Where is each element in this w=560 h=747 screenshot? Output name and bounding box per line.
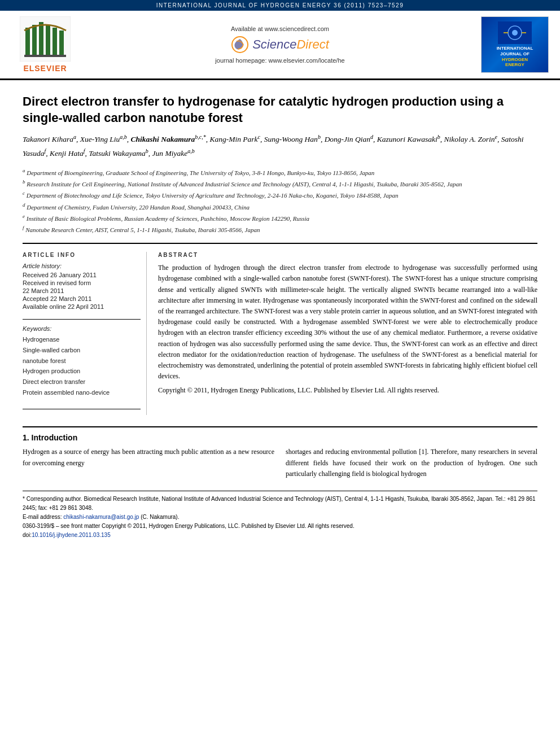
keyword-2: Single-walled carbon [23, 345, 141, 356]
footnote-issn: 0360-3199/$ – see front matter Copyright… [23, 522, 537, 531]
footnote-email-link[interactable]: chikashi-nakamura@aist.go.jp [63, 514, 139, 520]
svg-rect-7 [24, 55, 66, 57]
svg-rect-1 [25, 28, 30, 56]
intro-heading: 1. Introduction [23, 433, 537, 442]
svg-rect-2 [32, 25, 37, 56]
keywords-divider [23, 409, 141, 409]
journal-banner: INTERNATIONAL JOURNAL OF HYDROGEN ENERGY… [0, 0, 560, 11]
banner-text: INTERNATIONAL JOURNAL OF HYDROGEN ENERGY… [156, 2, 404, 8]
revised-date: 22 March 2011 [23, 287, 141, 294]
sciencedirect-logo: ScienceDirect [79, 36, 481, 54]
affiliation-a: a Department of Bioengineering, Graduate… [23, 167, 537, 178]
intro-text-left: Hydrogen as a source of energy has been … [23, 447, 274, 468]
section-divider [23, 243, 537, 244]
footnote-doi-link[interactable]: 10.1016/j.ijhydene.2011.03.135 [32, 532, 111, 538]
paper-title: Direct electron transfer to hydrogenase … [23, 94, 537, 126]
affiliation-d: d Department of Chemistry, Fudan Univers… [23, 201, 537, 212]
sciencedirect-text: ScienceDirect [252, 37, 329, 52]
article-info-heading: ARTICLE INFO [23, 252, 141, 258]
footnote-doi: doi:10.1016/j.ijhydene.2011.03.135 [23, 531, 537, 540]
intro-columns: Hydrogen as a source of energy has been … [23, 447, 537, 479]
affiliation-e: e Institute of Basic Biological Problems… [23, 212, 537, 224]
intro-text-right: shortages and reducing environmental pol… [286, 447, 537, 479]
keywords-label: Keywords: [23, 325, 141, 332]
affiliation-f: f Nanotube Research Center, AIST, Centra… [23, 224, 537, 235]
footnote-email: E-mail address: chikashi-nakamura@aist.g… [23, 513, 537, 522]
article-history: Article history: Received 26 January 201… [23, 263, 141, 310]
abstract-copyright: Copyright © 2011, Hydrogen Energy Public… [158, 385, 537, 396]
intro-divider [23, 426, 537, 427]
svg-rect-4 [46, 25, 50, 56]
journal-header: ELSEVIER Available at www.sciencedirect.… [0, 11, 560, 80]
abstract-column: ABSTRACT The production of hydrogen thro… [158, 252, 537, 415]
svg-rect-5 [53, 28, 57, 56]
abstract-paragraph: The production of hydrogen through the d… [158, 263, 537, 382]
intro-left: Hydrogen as a source of energy has been … [23, 447, 274, 479]
info-divider [23, 319, 141, 320]
intro-right: shortages and reducing environmental pol… [286, 447, 537, 479]
keyword-1: Hydrogenase [23, 334, 141, 345]
journal-logo-right: INTERNATIONALJOURNAL OFHYDROGENENERGY [481, 16, 549, 73]
footnote-area: * Corresponding author. Biomedical Resea… [23, 491, 537, 540]
revised-form-label: Received in revised form [23, 279, 141, 286]
footnote-corresponding: * Corresponding author. Biomedical Resea… [23, 495, 537, 513]
sd-icon [231, 36, 249, 54]
elsevier-logo: ELSEVIER [11, 16, 79, 73]
abstract-heading: ABSTRACT [158, 252, 537, 258]
affiliations: a Department of Bioengineering, Graduate… [23, 167, 537, 235]
keyword-5: Direct electron transfer [23, 377, 141, 387]
received-date: Received 26 January 2011 [23, 272, 141, 278]
abstract-text: The production of hydrogen through the d… [158, 263, 537, 396]
affiliation-c: c Department of Biotechnology and Life S… [23, 189, 537, 200]
keyword-6: Protein assembled nano-device [23, 387, 141, 398]
hydrogen-journal-icon [498, 21, 532, 44]
svg-point-11 [512, 30, 518, 36]
elsevier-wordmark: ELSEVIER [23, 64, 67, 73]
affiliation-b: b Research Institute for Cell Engineerin… [23, 178, 537, 189]
journal-logo-title: INTERNATIONALJOURNAL OFHYDROGENENERGY [497, 46, 533, 67]
journal-center-header: Available at www.sciencedirect.com Scien… [79, 25, 481, 64]
article-info-column: ARTICLE INFO Article history: Received 2… [23, 252, 147, 415]
keywords-list: Hydrogenase Single-walled carbon nanotub… [23, 334, 141, 397]
svg-rect-6 [59, 30, 64, 56]
svg-rect-3 [39, 22, 43, 56]
accepted-date: Accepted 22 March 2011 [23, 295, 141, 302]
keywords-section: Keywords: Hydrogenase Single-walled carb… [23, 325, 141, 397]
paper-content: Direct electron transfer to hydrogenase … [0, 80, 560, 551]
journal-homepage-text: journal homepage: www.elsevier.com/locat… [79, 57, 481, 64]
keyword-4: Hydrogen production [23, 366, 141, 377]
available-online: Available online 22 April 2011 [23, 303, 141, 310]
available-text: Available at www.sciencedirect.com [79, 25, 481, 32]
introduction-section: 1. Introduction Hydrogen as a source of … [23, 426, 537, 479]
elsevier-tree-icon [20, 16, 71, 62]
keyword-3: nanotube forest [23, 356, 141, 366]
history-label: Article history: [23, 263, 141, 269]
article-columns: ARTICLE INFO Article history: Received 2… [23, 252, 537, 415]
authors: Takanori Kiharaa, Xue-Ying Liua,b, Chika… [23, 132, 537, 161]
